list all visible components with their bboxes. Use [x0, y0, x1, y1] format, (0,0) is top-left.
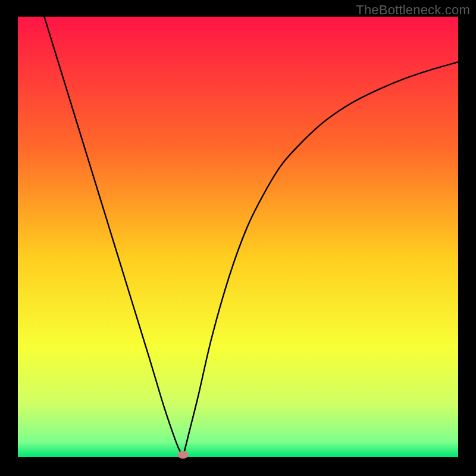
- chart-frame: TheBottleneck.com: [0, 0, 476, 476]
- plot-background: [18, 17, 458, 457]
- chart-canvas: [0, 0, 476, 476]
- optimal-point-marker: [178, 451, 189, 459]
- watermark-text: TheBottleneck.com: [356, 2, 470, 18]
